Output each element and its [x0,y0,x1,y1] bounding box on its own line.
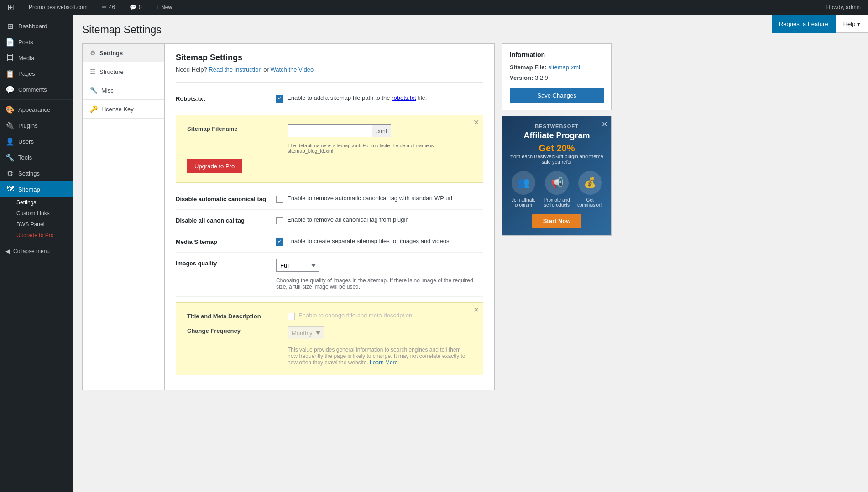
sidebar-item-appearance[interactable]: 🎨 Appearance [0,102,73,118]
request-feature-button[interactable]: Request a Feature [772,15,836,33]
sidebar-label-appearance: Appearance [18,106,50,113]
sidebar-item-dashboard[interactable]: ⊞ Dashboard [0,18,73,34]
tab-misc[interactable]: 🔧 Misc [83,81,164,100]
edit-count-link[interactable]: ✏ 46 [99,0,119,15]
version-row: Version: 3.2.9 [510,74,604,81]
appearance-icon: 🎨 [5,105,15,114]
disable-canonical-checkbox[interactable] [276,196,283,203]
top-action-buttons: Request a Feature Help ▾ [772,15,868,33]
edit-icon: ✏ [102,4,107,10]
filename-box-close[interactable]: ✕ [473,119,479,126]
submenu-upgrade-pro[interactable]: Upgrade to Pro [0,230,73,241]
images-quality-desc: Choosing the quality of images in the si… [276,277,483,290]
new-content-link[interactable]: + New [153,0,176,15]
change-frequency-select: Monthly [288,326,324,339]
change-frequency-control: Monthly This value provides general info… [288,326,472,366]
sidebar-label-users: Users [18,138,34,145]
license-tab-icon: 🔑 [90,105,98,113]
submenu-settings[interactable]: Settings [0,197,73,208]
learn-more-link[interactable]: Learn More [370,359,397,366]
robots-txt-checkbox[interactable] [276,95,283,103]
version-value: 3.2.9 [535,74,548,81]
sitemap-file-link[interactable]: sitemap.xml [549,64,580,71]
settings-icon: ⚙ [5,169,15,178]
submenu-bws-panel[interactable]: BWS Panel [0,219,73,230]
help-button[interactable]: Help ▾ [836,15,868,33]
settings-panel: ⚙ Settings ☰ Structure 🔧 Misc [82,43,495,390]
sidebar-item-settings[interactable]: ⚙ Settings [0,166,73,181]
collapse-menu-button[interactable]: ◀ Collapse menu [0,244,73,258]
settings-tab-icon: ⚙ [90,49,96,57]
site-name: Promo bestwebsoft.com [29,4,88,10]
filename-input-wrap: .xml [288,124,391,137]
help-text: Need Help? Read the Instruction or Watch… [176,66,483,73]
start-now-button[interactable]: Start Now [532,214,582,228]
promote-products-label: Promote andsell products [544,197,570,207]
sidebar-item-plugins[interactable]: 🔌 Plugins [0,118,73,134]
title-meta-row: Title and Meta Description Enable to cha… [187,312,472,320]
disable-all-canonical-row: Disable all canonical tag Enable to remo… [176,210,483,231]
title-meta-desc: Enable to change title and meta descript… [298,312,414,319]
affiliate-box: ✕ BESTWEBSOFT Affiliate Program Get 20% … [502,116,612,236]
plugins-icon: 🔌 [5,121,15,130]
sidebar-item-sitemap[interactable]: 🗺 Sitemap [0,181,73,197]
disable-canonical-row: Disable automatic canonical tag Enable t… [176,188,483,210]
disable-canonical-control: Enable to remove automatic canonical tag… [276,195,483,203]
disable-all-canonical-checkbox[interactable] [276,217,283,224]
affiliate-close-button[interactable]: ✕ [601,120,607,129]
upgrade-pro-button[interactable]: Upgrade to Pro [187,159,242,173]
pages-icon: 📋 [5,69,15,78]
tab-license-key[interactable]: 🔑 License Key [83,100,164,119]
admin-sidebar: ⊞ Dashboard 📄 Posts 🖼 Media 📋 Pages 💬 Co… [0,15,73,492]
user-greeting: Howdy, admin [826,4,861,10]
comments-link[interactable]: 💬 0 [126,0,146,15]
sitemap-filename-control: .xml The default name is sitemap.xml. Fo… [288,124,472,154]
sidebar-item-posts[interactable]: 📄 Posts [0,34,73,50]
collapse-label: Collapse menu [13,248,50,254]
sitemap-filename-label: Sitemap Filename [187,124,288,132]
users-icon: 👤 [5,137,15,146]
save-changes-button[interactable]: Save Changes [510,88,604,103]
sidebar-item-pages[interactable]: 📋 Pages [0,66,73,82]
media-sitemap-row: Media Sitemap Enable to create separate … [176,231,483,253]
sidebar-item-users[interactable]: 👤 Users [0,134,73,150]
title-meta-box-close[interactable]: ✕ [473,306,479,314]
filename-hint: The default name is sitemap.xml. For mul… [288,143,472,154]
sidebar-item-tools[interactable]: 🔧 Tools [0,150,73,166]
sidebar-label-media: Media [18,55,34,62]
admin-bar: ⊞ Promo bestwebsoft.com ✏ 46 💬 0 + New H… [0,0,868,15]
wordpress-icon: ⊞ [7,2,14,12]
wp-logo[interactable]: ⊞ [4,0,18,15]
images-quality-select[interactable]: Full Large Medium Thumbnail [276,259,319,272]
posts-icon: 📄 [5,38,15,47]
howdy-label[interactable]: Howdy, admin [823,0,864,15]
tab-settings[interactable]: ⚙ Settings [83,44,164,62]
affiliate-icon-commission: 💰 Getcommission! [576,171,604,207]
submenu-custom-links[interactable]: Custom Links [0,208,73,219]
affiliate-desc: from each BestWebSoft plugin and theme s… [510,154,604,165]
robots-txt-link[interactable]: robots.txt [392,94,416,101]
watch-video-link[interactable]: Watch the Video [270,66,314,73]
filename-suffix: .xml [372,124,391,137]
sitemap-filename-input[interactable] [288,124,372,137]
disable-canonical-desc: Enable to remove automatic canonical tag… [287,195,452,202]
change-frequency-desc: This value provides general information … [288,347,472,366]
info-box-title: Information [510,51,604,58]
sidebar-label-settings: Settings [18,170,40,177]
site-name-link[interactable]: Promo bestwebsoft.com [25,0,91,15]
sidebar-item-comments[interactable]: 💬 Comments [0,82,73,98]
sitemap-filename-box: ✕ Sitemap Filename .xml The default nam [176,115,483,183]
read-instruction-link[interactable]: Read the Instruction [209,66,261,73]
structure-tab-icon: ☰ [90,68,96,75]
section-title: Sitemap Settings [176,53,483,62]
robots-desc-text: Enable to add a sitemap file path to the [287,94,392,101]
media-icon: 🖼 [5,54,15,62]
help-prefix: Need Help? [176,66,207,73]
sidebar-item-media[interactable]: 🖼 Media [0,50,73,66]
dashboard-icon: ⊞ [5,22,15,31]
join-affiliate-icon: 👥 [512,171,535,195]
settings-tab-label: Settings [99,50,123,57]
sidebar-label-plugins: Plugins [18,122,38,129]
tab-structure[interactable]: ☰ Structure [83,62,164,81]
media-sitemap-checkbox[interactable] [276,238,283,246]
